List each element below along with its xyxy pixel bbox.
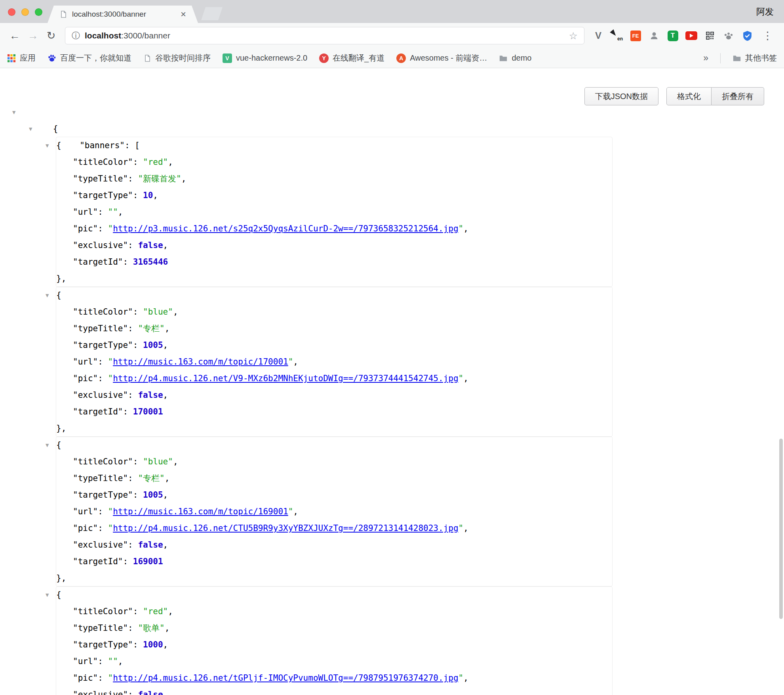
format-collapse-group: 格式化 折叠所有: [666, 87, 764, 105]
back-button[interactable]: ←: [6, 30, 24, 42]
bookmark-baidu[interactable]: 百度一下，你就知道: [48, 53, 131, 63]
tab-title: localhost:3000/banner: [72, 10, 176, 19]
browser-tab[interactable]: localhost:3000/banner ×: [48, 6, 198, 23]
bookmark-label: 在线翻译_有道: [333, 53, 384, 63]
bookmark-apps[interactable]: 应用: [7, 53, 36, 63]
translate-extension-icon[interactable]: en: [611, 30, 623, 42]
vertical-scrollbar[interactable]: [779, 439, 783, 619]
page-content: 下载JSON数据 格式化 折叠所有 ▼{ ▼"banners": [ ▼{"ti…: [0, 68, 784, 695]
json-property-titleColor: "titleColor": "blue",: [73, 304, 612, 320]
format-button[interactable]: 格式化: [666, 87, 712, 105]
bookmark-vue-hackernews[interactable]: V vue-hackernews-2.0: [223, 53, 307, 63]
json-property-targetId: "targetId": 3165446: [73, 254, 612, 270]
page-favicon-icon: [59, 10, 67, 18]
json-property-exclusive: "exclusive": false,: [73, 237, 612, 254]
awesomes-icon: A: [396, 53, 406, 63]
json-property-targetType: "targetType": 1005,: [73, 337, 612, 353]
json-tree: ▼{ ▼"banners": [ ▼{"titleColor": "red","…: [0, 68, 784, 695]
user-accounts-extension-icon[interactable]: [648, 30, 660, 42]
json-url-link[interactable]: http://p4.music.126.net/tGPljf-IMOCyPvum…: [113, 673, 458, 683]
json-property-targetType: "targetType": 1000,: [73, 636, 612, 653]
paw-extension-icon[interactable]: [723, 30, 735, 42]
json-url-link[interactable]: http://music.163.com/m/topic/169001: [113, 507, 288, 516]
json-property-exclusive: "exclusive": false,: [73, 686, 612, 695]
bookmark-awesomes[interactable]: A Awesomes - 前端资…: [396, 53, 487, 63]
bookmark-label: 百度一下，你就知道: [60, 53, 131, 63]
window-titlebar: localhost:3000/banner × 阿发: [0, 0, 784, 23]
bookmark-youdao-translate[interactable]: Y 在线翻译_有道: [319, 53, 384, 63]
json-property-typeTitle: "typeTitle": "专栏",: [73, 320, 612, 337]
qr-code-extension-icon[interactable]: [704, 30, 716, 42]
json-property-pic: "pic": "http://p3.music.126.net/s25q2x5Q…: [73, 220, 612, 237]
browser-menu-icon[interactable]: ⋮: [760, 29, 775, 42]
person-icon: [649, 31, 659, 40]
security-shield-extension-icon[interactable]: [741, 30, 753, 42]
json-property-pic: "pic": "http://p4.music.126.net/V9-MXz6b…: [73, 370, 612, 387]
tab-close-icon[interactable]: ×: [181, 10, 186, 19]
bookmark-label: vue-hackernews-2.0: [236, 53, 307, 63]
json-url-link[interactable]: http://music.163.com/m/topic/170001: [113, 357, 288, 367]
collapse-all-button[interactable]: 折叠所有: [712, 87, 764, 105]
bookmark-folder-demo[interactable]: demo: [499, 53, 531, 63]
extensions-row: V en FE T: [589, 29, 778, 42]
expander-icon[interactable]: ▼: [46, 437, 49, 453]
json-url-link[interactable]: http://p4.music.126.net/CTU5B9R9y3XyYBZX…: [113, 523, 458, 533]
expander-icon[interactable]: ▼: [46, 586, 49, 603]
expander-icon[interactable]: ▼: [29, 120, 32, 137]
url-host: localhost: [85, 31, 121, 40]
fullscreen-window-button[interactable]: [35, 8, 42, 16]
banner-object: ▼{"titleColor": "red","typeTitle": "歌单",…: [56, 586, 612, 695]
json-property-targetId: "targetId": 169001: [73, 553, 612, 570]
expander-icon[interactable]: ▼: [46, 287, 49, 304]
reload-button[interactable]: ↻: [42, 29, 60, 42]
bookmarks-separator: [720, 53, 721, 63]
banner-object: ▼{"titleColor": "blue","typeTitle": "专栏"…: [56, 437, 612, 586]
json-property-typeTitle: "typeTitle": "专栏",: [73, 470, 612, 487]
json-url-link[interactable]: http://p4.music.126.net/V9-MXz6b2MNhEKju…: [113, 374, 458, 383]
download-json-button[interactable]: 下载JSON数据: [584, 87, 658, 105]
shield-check-icon: [742, 31, 752, 41]
paw-icon: [723, 31, 734, 40]
json-property-titleColor: "titleColor": "red",: [73, 154, 612, 170]
address-bar[interactable]: ⓘ localhost:3000/banner ☆: [65, 27, 584, 44]
apps-grid-icon: [7, 54, 16, 63]
bookmark-label: 应用: [20, 53, 36, 63]
page-info-icon[interactable]: ⓘ: [72, 30, 80, 41]
json-property-url: "url": "http://music.163.com/m/topic/170…: [73, 353, 612, 370]
tampermonkey-extension-icon[interactable]: T: [667, 30, 679, 42]
json-property-typeTitle: "typeTitle": "新碟首发",: [73, 170, 612, 187]
fe-extension-icon[interactable]: FE: [630, 30, 641, 42]
folder-icon: [499, 54, 508, 63]
youdao-icon: Y: [319, 53, 329, 63]
bookmark-star-icon[interactable]: ☆: [569, 30, 578, 42]
play-icon: [690, 34, 693, 38]
json-property-url: "url": "http://music.163.com/m/topic/169…: [73, 503, 612, 520]
json-property-url: "url": "",: [73, 653, 612, 670]
youtube-extension-icon[interactable]: [685, 30, 697, 42]
other-bookmarks-folder[interactable]: 其他书签: [733, 53, 777, 63]
bookmarks-overflow-icon[interactable]: »: [703, 53, 708, 63]
json-property-targetType: "targetType": 10,: [73, 187, 612, 204]
json-property-url: "url": "",: [73, 204, 612, 220]
json-url-link[interactable]: http://p3.music.126.net/s25q2x5QyqsAzilC…: [113, 224, 458, 233]
json-toolbar: 下载JSON数据 格式化 折叠所有: [584, 87, 764, 105]
expander-icon[interactable]: ▼: [12, 104, 15, 120]
profile-name[interactable]: 阿发: [756, 6, 774, 18]
vimium-extension-icon[interactable]: V: [592, 30, 604, 42]
close-window-button[interactable]: [8, 8, 15, 16]
bookmark-label: demo: [512, 53, 531, 63]
json-property-pic: "pic": "http://p4.music.126.net/CTU5B9R9…: [73, 520, 612, 537]
minimize-window-button[interactable]: [21, 8, 29, 16]
bookmark-google-sort[interactable]: 谷歌按时间排序: [143, 53, 211, 63]
vue-icon: V: [223, 53, 232, 63]
json-property-titleColor: "titleColor": "red",: [73, 603, 612, 620]
new-tab-button[interactable]: [201, 7, 223, 20]
banners-array: ▼{"titleColor": "red","typeTitle": "新碟首发…: [56, 137, 784, 695]
forward-button[interactable]: →: [24, 30, 42, 42]
baidu-paw-icon: [48, 54, 56, 63]
expander-icon[interactable]: ▼: [46, 137, 49, 154]
page-icon: [143, 54, 151, 62]
json-property-targetType: "targetType": 1005,: [73, 487, 612, 503]
json-property-exclusive: "exclusive": false,: [73, 387, 612, 403]
json-property-titleColor: "titleColor": "blue",: [73, 453, 612, 470]
